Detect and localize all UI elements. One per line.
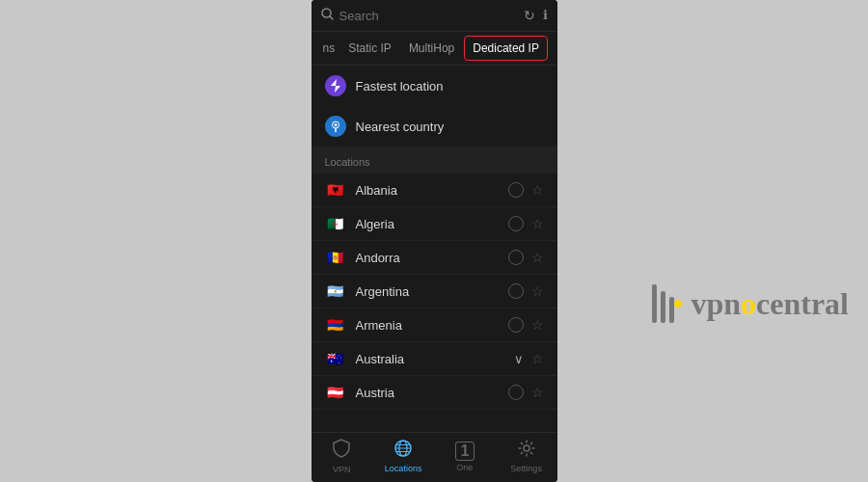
app-panel: ↻ ℹ ns Static IP MultiHop Dedicated IP F… — [312, 0, 557, 482]
nav-item-vpn[interactable]: VPN — [318, 439, 365, 474]
nav-item-settings[interactable]: Settings — [503, 440, 550, 473]
favorite-button[interactable]: ☆ — [531, 318, 544, 332]
search-icon — [321, 8, 334, 23]
settings-gear-icon — [518, 440, 535, 462]
vpn-central-logo-icon — [646, 280, 685, 328]
expand-icon[interactable]: ∨ — [514, 352, 524, 366]
one-icon: 1 — [455, 442, 475, 461]
list-item[interactable]: 🇦🇱 Albania ☆ — [312, 174, 557, 207]
fastest-location-label: Fastest location — [356, 79, 444, 94]
tab-multihop[interactable]: MultiHop — [401, 37, 462, 60]
country-name: Australia — [356, 352, 504, 366]
list-item[interactable]: 🇩🇿 Algeria ☆ — [312, 207, 557, 241]
flag-austria: 🇦🇹 — [325, 385, 346, 400]
row-actions: ☆ — [508, 317, 544, 333]
favorite-button[interactable]: ☆ — [531, 183, 544, 197]
fastest-location-item[interactable]: Fastest location — [312, 66, 557, 106]
favorite-button[interactable]: ☆ — [531, 217, 544, 230]
nav-label-vpn: VPN — [333, 465, 351, 474]
list-item[interactable]: 🇦🇷 Argentina ☆ — [312, 275, 557, 308]
svg-point-15 — [674, 300, 682, 308]
country-name: Albania — [356, 183, 499, 198]
favorite-button[interactable]: ☆ — [531, 386, 544, 399]
search-bar: ↻ ℹ — [312, 0, 557, 32]
flag-armenia: 🇦🇲 — [325, 317, 346, 333]
flag-andorra: 🇦🇩 — [325, 250, 346, 265]
country-list: 🇦🇱 Albania ☆ 🇩🇿 Algeria ☆ 🇦🇩 Andorra ☆ — [312, 174, 557, 432]
watermark: vpnocentral — [646, 280, 849, 328]
country-name: Andorra — [356, 251, 499, 265]
nearest-country-label: Nearest country — [356, 120, 445, 134]
row-actions: ☆ — [508, 250, 544, 265]
nearest-country-item[interactable]: Nearest country — [312, 106, 557, 147]
connect-button[interactable] — [508, 385, 524, 400]
nav-item-one[interactable]: 1 One — [442, 442, 488, 472]
row-actions: ∨ ☆ — [514, 352, 544, 366]
svg-line-1 — [330, 16, 333, 19]
list-item[interactable]: 🇦🇩 Andorra ☆ — [312, 241, 557, 275]
info-icon[interactable]: ℹ — [543, 8, 548, 23]
connect-button[interactable] — [508, 317, 524, 333]
svg-rect-14 — [669, 297, 674, 323]
svg-marker-2 — [331, 79, 340, 93]
connect-button[interactable] — [508, 283, 524, 299]
pin-icon — [325, 116, 346, 137]
vpn-shield-icon — [333, 439, 350, 463]
flag-albania: 🇦🇱 — [325, 182, 346, 198]
country-name: Argentina — [356, 284, 499, 299]
flag-argentina: 🇦🇷 — [325, 283, 346, 299]
tab-overflow: ns — [319, 37, 339, 60]
favorite-button[interactable]: ☆ — [531, 284, 544, 298]
svg-rect-12 — [652, 284, 657, 323]
locations-section-header: Locations — [312, 147, 557, 174]
favorite-button[interactable]: ☆ — [531, 352, 544, 365]
row-actions: ☆ — [508, 385, 544, 400]
country-name: Algeria — [356, 217, 499, 231]
flag-algeria: 🇩🇿 — [325, 216, 346, 231]
connect-button[interactable] — [508, 182, 524, 198]
watermark-text: vpnocentral — [691, 286, 849, 322]
locations-label: Locations — [325, 156, 370, 168]
row-actions: ☆ — [508, 283, 544, 299]
refresh-icon[interactable]: ↻ — [524, 8, 535, 23]
tab-bar: ns Static IP MultiHop Dedicated IP — [312, 32, 557, 66]
favorite-button[interactable]: ☆ — [531, 251, 544, 264]
search-input[interactable] — [339, 9, 518, 23]
nav-label-one: One — [456, 463, 473, 472]
connect-button[interactable] — [508, 250, 524, 265]
nav-item-locations[interactable]: Locations — [380, 440, 426, 473]
search-actions: ↻ ℹ — [524, 8, 548, 23]
row-actions: ☆ — [508, 182, 544, 198]
row-actions: ☆ — [508, 216, 544, 231]
list-item[interactable]: 🇦🇲 Armenia ☆ — [312, 308, 557, 342]
flag-australia: 🇦🇺 — [325, 351, 346, 366]
nav-label-settings: Settings — [510, 464, 542, 473]
bottom-nav: VPN Locations 1 One — [312, 432, 557, 482]
lightning-icon — [325, 75, 346, 96]
list-item[interactable]: 🇦🇺 Australia ∨ ☆ — [312, 342, 557, 376]
list-item[interactable]: 🇦🇹 Austria ☆ — [312, 376, 557, 410]
svg-rect-13 — [661, 291, 665, 323]
locations-globe-icon — [394, 440, 412, 462]
connect-button[interactable] — [508, 216, 524, 231]
svg-point-11 — [524, 445, 529, 451]
tab-dedicated-ip[interactable]: Dedicated IP — [464, 36, 548, 61]
country-name: Armenia — [356, 318, 499, 333]
svg-point-4 — [334, 123, 337, 126]
nav-label-locations: Locations — [385, 464, 422, 473]
country-name: Austria — [356, 386, 499, 400]
tab-static-ip[interactable]: Static IP — [340, 37, 399, 60]
